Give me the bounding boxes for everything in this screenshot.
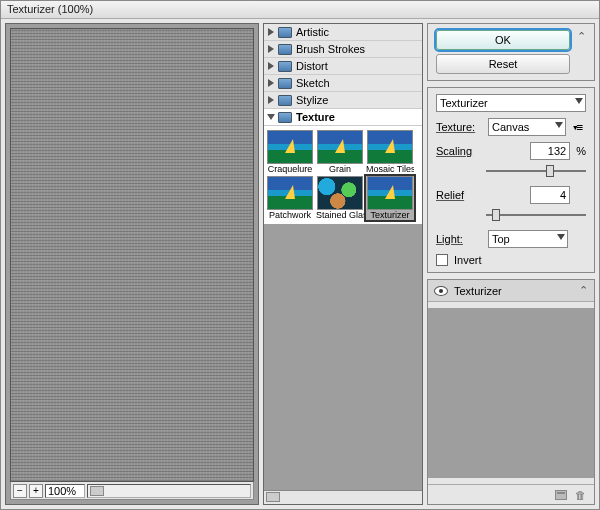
reset-button[interactable]: Reset <box>436 54 570 74</box>
folder-icon <box>278 27 292 38</box>
texture-select[interactable]: Canvas <box>488 118 566 136</box>
category-hscroll[interactable] <box>264 490 422 504</box>
disclosure-icon <box>268 62 274 70</box>
thumb-label: Texturizer <box>370 210 409 220</box>
thumb-label: Craquelure <box>268 164 313 174</box>
category-label: Brush Strokes <box>296 43 365 55</box>
new-effect-layer-icon[interactable] <box>555 490 567 500</box>
chevron-down-icon <box>555 122 563 128</box>
relief-input[interactable]: 4 <box>530 186 570 204</box>
folder-icon <box>278 78 292 89</box>
category-empty-area <box>264 224 422 490</box>
thumb-grain[interactable]: Grain <box>316 130 364 174</box>
filter-options-panel: Texturizer Texture: Canvas ▾≡ Scaling 13… <box>427 87 595 273</box>
texture-thumbnails: Craquelure Grain Mosaic Tiles Patchwork … <box>264 126 422 224</box>
window-body: − + 100% Artistic Brush Strokes Distort … <box>1 19 599 509</box>
ok-button[interactable]: OK <box>436 30 570 50</box>
light-label: Light: <box>436 233 482 245</box>
effect-layers-footer: 🗑 <box>428 484 594 504</box>
thumb-label: Stained Glass <box>316 210 364 220</box>
preview-wrap: − + 100% <box>6 24 258 504</box>
zoom-in-button[interactable]: + <box>29 484 43 498</box>
thumb-craquelure[interactable]: Craquelure <box>266 130 314 174</box>
thumb-texturizer[interactable]: Texturizer <box>366 176 414 220</box>
effect-layers-empty <box>428 308 594 478</box>
texture-select-value: Canvas <box>492 121 529 133</box>
thumb-label: Grain <box>329 164 351 174</box>
category-label: Distort <box>296 60 328 72</box>
filter-select[interactable]: Texturizer <box>436 94 586 112</box>
texturizer-preview-surface <box>11 29 253 481</box>
category-texture[interactable]: Texture <box>264 109 422 126</box>
scaling-input[interactable]: 132 <box>530 142 570 160</box>
scaling-slider[interactable] <box>486 164 586 178</box>
effect-layer-row[interactable]: Texturizer ⌃ <box>428 280 594 302</box>
layer-chevron-icon[interactable]: ⌃ <box>578 284 588 297</box>
filter-categories-panel: Artistic Brush Strokes Distort Sketch St… <box>263 23 423 505</box>
scroll-thumb[interactable] <box>90 486 104 496</box>
thumb-label: Mosaic Tiles <box>366 164 414 174</box>
preview-panel: − + 100% <box>5 23 259 505</box>
folder-icon <box>278 112 292 123</box>
preview-hscroll[interactable] <box>87 484 251 498</box>
folder-icon <box>278 95 292 106</box>
light-select[interactable]: Top <box>488 230 568 248</box>
delete-effect-layer-icon[interactable]: 🗑 <box>575 489 586 501</box>
filter-select-value: Texturizer <box>440 97 488 109</box>
scaling-unit: % <box>576 145 586 157</box>
disclosure-icon <box>267 114 275 120</box>
disclosure-icon <box>268 79 274 87</box>
collapse-icon[interactable]: ⌃ <box>576 30 586 74</box>
disclosure-icon <box>268 45 274 53</box>
category-artistic[interactable]: Artistic <box>264 24 422 41</box>
category-stylize[interactable]: Stylize <box>264 92 422 109</box>
category-label: Artistic <box>296 26 329 38</box>
relief-label: Relief <box>436 189 482 201</box>
disclosure-icon <box>268 28 274 36</box>
invert-label: Invert <box>454 254 482 266</box>
window-title: Texturizer (100%) <box>1 1 599 19</box>
thumb-stained-glass[interactable]: Stained Glass <box>316 176 364 220</box>
category-sketch[interactable]: Sketch <box>264 75 422 92</box>
category-label: Texture <box>296 111 335 123</box>
chevron-down-icon <box>557 234 565 240</box>
invert-checkbox[interactable] <box>436 254 448 266</box>
visibility-icon[interactable] <box>434 286 448 296</box>
effect-layers-panel: Texturizer ⌃ 🗑 <box>427 279 595 505</box>
effect-layer-name: Texturizer <box>454 285 502 297</box>
action-buttons-panel: OK Reset ⌃ <box>427 23 595 81</box>
folder-icon <box>278 61 292 72</box>
chevron-down-icon <box>575 98 583 104</box>
texture-options-icon[interactable]: ▾≡ <box>572 121 586 134</box>
texture-label: Texture: <box>436 121 482 133</box>
thumb-patchwork[interactable]: Patchwork <box>266 176 314 220</box>
zoom-out-button[interactable]: − <box>13 484 27 498</box>
category-brush-strokes[interactable]: Brush Strokes <box>264 41 422 58</box>
filter-gallery-window: Texturizer (100%) − + 100% Artistic Brus… <box>0 0 600 510</box>
thumb-label: Patchwork <box>269 210 311 220</box>
relief-slider[interactable] <box>486 208 586 222</box>
disclosure-icon <box>268 96 274 104</box>
thumb-mosaic-tiles[interactable]: Mosaic Tiles <box>366 130 414 174</box>
category-distort[interactable]: Distort <box>264 58 422 75</box>
scroll-thumb[interactable] <box>266 492 280 502</box>
settings-column: OK Reset ⌃ Texturizer Texture: Canvas ▾≡… <box>427 23 595 505</box>
folder-icon <box>278 44 292 55</box>
category-label: Sketch <box>296 77 330 89</box>
preview-canvas[interactable] <box>10 28 254 482</box>
category-label: Stylize <box>296 94 328 106</box>
preview-footer: − + 100% <box>10 482 254 500</box>
zoom-value[interactable]: 100% <box>45 484 85 498</box>
scaling-label: Scaling <box>436 145 482 157</box>
light-select-value: Top <box>492 233 510 245</box>
category-list: Artistic Brush Strokes Distort Sketch St… <box>264 24 422 224</box>
